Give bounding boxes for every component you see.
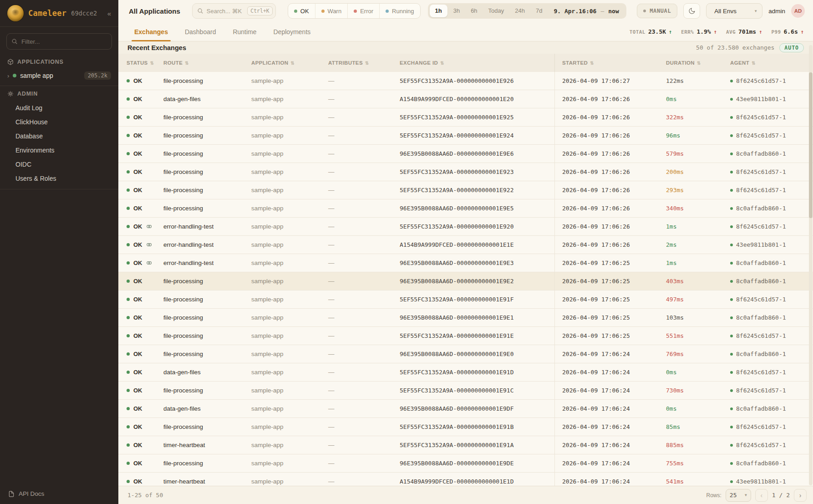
- table-row[interactable]: OKerror-handling-testsample-app—96E395B0…: [118, 254, 813, 272]
- table-row[interactable]: OKfile-processingsample-app—5EF55FC31352…: [118, 290, 813, 309]
- time-range-today[interactable]: Today: [483, 3, 510, 19]
- filter-input[interactable]: [21, 38, 107, 45]
- column-header-status[interactable]: STATUS⇅: [127, 54, 163, 72]
- time-range-3h[interactable]: 3h: [448, 3, 465, 19]
- next-page-button[interactable]: ›: [794, 489, 807, 502]
- time-range-24h[interactable]: 24h: [509, 3, 530, 19]
- table-row[interactable]: OKtimer-heartbeatsample-app—A154B9A999DF…: [118, 473, 813, 486]
- table-row[interactable]: OKfile-processingsample-app—5EF55FC31352…: [118, 108, 813, 127]
- ok-status-dot: [127, 298, 130, 301]
- api-docs-link[interactable]: API Docs: [0, 484, 118, 504]
- table-row[interactable]: OKfile-processingsample-app—5EF55FC31352…: [118, 163, 813, 181]
- column-header-started[interactable]: STARTED⇅: [554, 54, 666, 72]
- manual-refresh-button[interactable]: MANUAL: [637, 4, 677, 18]
- status-cell: OK: [127, 314, 163, 321]
- scrollbar-thumb[interactable]: [809, 72, 813, 218]
- agent-status-dot: [730, 98, 733, 101]
- table-row[interactable]: OKfile-processingsample-app—5EF55FC31352…: [118, 327, 813, 345]
- filter-chip-running[interactable]: Running: [379, 4, 420, 18]
- table-row[interactable]: OKdata-gen-filessample-app—A154B9A999DFC…: [118, 90, 813, 108]
- trend-arrow-icon: ↑: [714, 29, 717, 35]
- table-row[interactable]: OKfile-processingsample-app—96E395B0088A…: [118, 145, 813, 163]
- tab-deployments[interactable]: Deployments: [274, 28, 311, 41]
- table-row[interactable]: OKfile-processingsample-app—5EF55FC31352…: [118, 72, 813, 90]
- status-cell: OK: [127, 96, 163, 102]
- sidebar-item-clickhouse[interactable]: ClickHouse: [0, 115, 118, 129]
- table-row[interactable]: OKfile-processingsample-app—96E395B0088A…: [118, 454, 813, 473]
- sidebar-item-audit-log[interactable]: Audit Log: [0, 101, 118, 115]
- filter-chip-label: OK: [300, 8, 309, 15]
- attributes-cell: —: [328, 351, 400, 357]
- agent-status-dot: [730, 353, 733, 356]
- tab-runtime[interactable]: Runtime: [233, 28, 256, 41]
- column-header-agent[interactable]: AGENT⇅: [730, 54, 813, 72]
- sidebar-item-database[interactable]: Database: [0, 129, 118, 143]
- date-range-picker[interactable]: 9. Apr.16:06 — now: [548, 8, 625, 15]
- search-input[interactable]: Search... ⌘K Ctrl+K: [192, 3, 276, 19]
- time-range-control: 1h3h6hToday24h7d 9. Apr.16:06 — now: [428, 3, 626, 19]
- table-row[interactable]: OKdata-gen-filessample-app—5EF55FC31352A…: [118, 363, 813, 382]
- filter-chip-ok[interactable]: OK: [288, 4, 315, 18]
- column-header-exchange-id[interactable]: EXCHANGE ID⇅: [400, 54, 562, 72]
- table-row[interactable]: OKfile-processingsample-app—5EF55FC31352…: [118, 418, 813, 436]
- column-header-attributes[interactable]: ATTRIBUTES⇅: [328, 54, 400, 72]
- exchange-id-cell: 5EF55FC31352A9A-000000000001E91A: [400, 442, 562, 448]
- agent-id: 8f6245c61d57-1: [736, 114, 786, 121]
- table-row[interactable]: OKfile-processingsample-app—96E395B0088A…: [118, 345, 813, 363]
- tab-exchanges[interactable]: Exchanges: [134, 28, 168, 41]
- table-row[interactable]: OKfile-processingsample-app—5EF55FC31352…: [118, 382, 813, 400]
- table-row[interactable]: OKfile-processingsample-app—96E395B0088A…: [118, 272, 813, 290]
- table-row[interactable]: OKerror-handling-testsample-app—5EF55FC3…: [118, 218, 813, 236]
- table-section-header: Recent Exchanges 50 of 23.580 exchanges …: [118, 41, 813, 54]
- scrollbar-track[interactable]: [809, 45, 813, 485]
- column-header-duration[interactable]: DURATION⇅: [666, 54, 730, 72]
- table-row[interactable]: OKfile-processingsample-app—96E395B0088A…: [118, 309, 813, 327]
- chevron-right-icon[interactable]: ›: [7, 72, 9, 79]
- env-select[interactable]: All Envs ▼: [706, 3, 762, 19]
- column-header-application[interactable]: APPLICATION⇅: [251, 54, 328, 72]
- started-cell: 2026-04-09 17:06:25: [554, 254, 666, 272]
- table-row[interactable]: OKdata-gen-filessample-app—96E395B0088AA…: [118, 400, 813, 418]
- table-row[interactable]: OKfile-processingsample-app—5EF55FC31352…: [118, 127, 813, 145]
- ok-status-dot: [127, 480, 130, 483]
- table-row[interactable]: OKtimer-heartbeatsample-app—5EF55FC31352…: [118, 436, 813, 454]
- gear-icon: [7, 91, 14, 97]
- time-range-6h[interactable]: 6h: [465, 3, 483, 19]
- tab-dashboard[interactable]: Dashboard: [185, 28, 216, 41]
- time-range-1h[interactable]: 1h: [430, 5, 447, 17]
- table-row[interactable]: OKfile-processingsample-app—5EF55FC31352…: [118, 181, 813, 199]
- attributes-cell: —: [328, 369, 400, 376]
- table-row[interactable]: OKfile-processingsample-app—96E395B0088A…: [118, 199, 813, 218]
- filter-chip-error[interactable]: Error: [347, 4, 379, 18]
- route-cell: timer-heartbeat: [163, 442, 251, 448]
- agent-cell: 8f6245c61d57-1: [730, 423, 813, 430]
- sort-icon: ⇅: [185, 61, 189, 66]
- status-label: OK: [133, 460, 142, 467]
- sidebar-filter[interactable]: [6, 33, 112, 50]
- auto-refresh-badge[interactable]: AUTO: [779, 43, 804, 52]
- route-cell: error-handling-test: [163, 260, 251, 266]
- sidebar-item-oidc[interactable]: OIDC: [0, 157, 118, 171]
- column-header-route[interactable]: ROUTE⇅: [163, 54, 251, 72]
- status-label: OK: [133, 314, 142, 321]
- collapse-sidebar-icon[interactable]: «: [107, 10, 111, 17]
- prev-page-button[interactable]: ‹: [755, 489, 768, 502]
- rows-per-page-select[interactable]: 25 ▼: [726, 489, 751, 502]
- status-cell: OK: [127, 296, 163, 303]
- agent-status-dot: [730, 335, 733, 337]
- table-row[interactable]: OKerror-handling-testsample-app—A154B9A9…: [118, 236, 813, 254]
- started-cell: 2026-04-09 17:06:25: [554, 272, 666, 290]
- agent-id: 8f6245c61d57-1: [736, 387, 786, 394]
- agent-cell: 8f6245c61d57-1: [730, 168, 813, 175]
- sidebar-item-sample-app[interactable]: › sample app 205.2k: [0, 69, 118, 86]
- filter-chip-warn[interactable]: Warn: [315, 4, 348, 18]
- dark-mode-toggle[interactable]: [683, 3, 700, 19]
- avatar[interactable]: AD: [791, 4, 805, 18]
- exchange-id-cell: 5EF55FC31352A9A-000000000001E91E: [400, 332, 562, 339]
- started-cell: 2026-04-09 17:06:24: [554, 418, 666, 436]
- time-range-7d[interactable]: 7d: [530, 3, 548, 19]
- sidebar-item-users-roles[interactable]: Users & Roles: [0, 171, 118, 185]
- route-cell: file-processing: [163, 460, 251, 467]
- manual-status-dot: [643, 10, 646, 12]
- sidebar-item-environments[interactable]: Environments: [0, 143, 118, 157]
